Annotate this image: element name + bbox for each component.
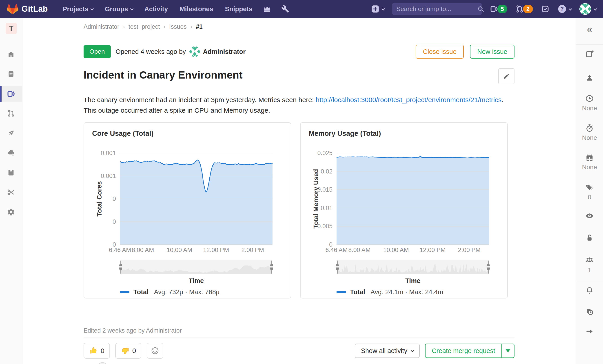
collapse-sidebar-button[interactable]: «: [576, 25, 603, 34]
copy-reference-button[interactable]: [576, 308, 603, 316]
sidebar-item-issues[interactable]: [0, 86, 22, 102]
y-tick-label: 0.02: [301, 168, 333, 175]
author-avatar[interactable]: [189, 46, 200, 57]
award-emoji-bar: 0 0 Show all activity Create merge: [84, 343, 514, 359]
author-name[interactable]: Administrator: [203, 48, 245, 55]
sidebar-item-settings[interactable]: [0, 204, 22, 220]
due-date-section[interactable]: None: [576, 154, 603, 171]
close-issue-button[interactable]: Close issue: [416, 45, 464, 59]
search-icon: [477, 6, 484, 12]
brush-handle-right[interactable]: [270, 261, 273, 274]
brush-handle-left[interactable]: [119, 261, 122, 274]
time-tracking-section[interactable]: None: [576, 124, 603, 141]
nav-item-projects[interactable]: Projects: [63, 5, 93, 13]
create-mr-dropdown-toggle[interactable]: [501, 344, 514, 357]
pencil-icon: [503, 73, 510, 80]
chart-legend[interactable]: Total Avg: 24.1m · Max: 24.4m: [336, 288, 443, 296]
participants-section[interactable]: 1: [576, 255, 603, 274]
main-content: Administrator › test_project › Issues › …: [23, 18, 576, 364]
time-tracking-value: None: [582, 134, 597, 141]
charts-icon[interactable]: [263, 5, 271, 13]
confidentiality-section[interactable]: [576, 211, 603, 220]
gitlab-logo[interactable]: GitLab: [7, 3, 48, 15]
breadcrumb-project[interactable]: test_project: [128, 23, 160, 30]
help-menu[interactable]: ?: [558, 4, 571, 13]
metrics-link[interactable]: http://localhost:3000/root/test_project/…: [316, 96, 501, 103]
project-avatar[interactable]: T: [6, 23, 17, 34]
chart-brush[interactable]: [337, 260, 488, 274]
book-icon: [7, 169, 15, 176]
sidebar-item-merge-requests[interactable]: [0, 105, 22, 121]
sidebar-item-cicd[interactable]: [0, 125, 22, 141]
caret-down-icon: [506, 349, 510, 352]
rocket-icon: [7, 129, 15, 137]
labels-section[interactable]: 0: [576, 183, 603, 201]
brush-handle-left[interactable]: [336, 261, 339, 274]
chart-brush[interactable]: [121, 260, 272, 274]
cloud-gear-icon: [7, 149, 15, 157]
create-merge-request-button[interactable]: Create merge request: [425, 343, 514, 358]
calendar-icon: [585, 154, 593, 162]
add-reaction-button[interactable]: [147, 343, 163, 359]
navbar-right: 5 2 ?: [371, 3, 596, 15]
breadcrumb: Administrator › test_project › Issues › …: [84, 23, 203, 30]
breadcrumb-issues[interactable]: Issues: [169, 23, 187, 30]
nav-menu: Projects Groups Activity Milestones Snip…: [63, 5, 253, 13]
nav-item-snippets[interactable]: Snippets: [225, 5, 252, 13]
milestone-section[interactable]: None: [576, 94, 603, 112]
x-tick-label: 12:00 PM: [203, 247, 229, 254]
todo-add-icon: [585, 50, 594, 58]
x-tick-label: 8:00 AM: [132, 247, 154, 254]
x-tick-label: 2:00 PM: [241, 247, 264, 254]
sidebar-item-wiki[interactable]: [0, 165, 22, 180]
chevron-down-icon: [382, 7, 385, 11]
issue-description: The canary envionment had an incident at…: [84, 95, 513, 116]
new-menu-button[interactable]: [371, 5, 384, 13]
home-icon: [7, 51, 15, 59]
wrench-icon[interactable]: [281, 5, 289, 13]
chart-plot-area[interactable]: [120, 153, 273, 245]
project-sidebar: T: [0, 18, 23, 364]
nav-item-activity[interactable]: Activity: [144, 5, 168, 13]
top-navbar: GitLab Projects Groups Activity Mileston…: [0, 0, 603, 18]
sidebar-item-snippets[interactable]: [0, 185, 22, 200]
new-issue-button[interactable]: New issue: [470, 45, 514, 59]
thumbs-up-button[interactable]: 0: [84, 343, 110, 359]
breadcrumb-administrator[interactable]: Administrator: [84, 23, 119, 30]
thumbs-down-button[interactable]: 0: [115, 343, 141, 359]
sidebar-item-operations[interactable]: [0, 145, 22, 161]
issues-counter[interactable]: 5: [490, 5, 507, 13]
edit-title-button[interactable]: [498, 68, 514, 84]
x-axis-ticks: 6:46 AM8:00 AM10:00 AM12:00 PM2:00 PM: [336, 247, 489, 254]
legend-swatch: [120, 291, 129, 293]
search-input[interactable]: [396, 5, 477, 12]
memory-usage-chart-card: Memory Usage (Total) Total Memory Used 0…: [300, 122, 508, 298]
add-todo-button[interactable]: [576, 50, 603, 58]
lock-section[interactable]: [576, 234, 603, 242]
activity-filter-dropdown[interactable]: Show all activity: [355, 343, 420, 358]
brush-handle-right[interactable]: [487, 261, 490, 274]
todos-icon[interactable]: [541, 5, 550, 13]
x-axis-title: Time: [120, 277, 273, 285]
chevron-down-icon: [593, 7, 597, 11]
x-tick-label: 8:00 AM: [348, 247, 371, 254]
user-menu[interactable]: [580, 3, 596, 15]
chart-plot-area[interactable]: [336, 153, 489, 245]
merge-requests-counter[interactable]: 2: [515, 5, 533, 13]
sidebar-item-project-overview[interactable]: [0, 47, 22, 62]
assignee-section[interactable]: [576, 74, 603, 82]
y-tick-label: 0.01: [301, 205, 333, 212]
nav-item-groups[interactable]: Groups: [105, 5, 133, 13]
nav-item-milestones[interactable]: Milestones: [180, 5, 213, 13]
issue-title: Incident in Canary Environment: [84, 69, 243, 81]
divider: [84, 338, 514, 338]
x-axis-title: Time: [336, 277, 489, 285]
sidebar-item-repository[interactable]: [0, 66, 22, 82]
core-usage-chart-card: Core Usage (Total) Total Cores 0.0010.00…: [84, 122, 291, 298]
opened-text: Opened 4 weeks ago by: [116, 48, 186, 55]
search-box[interactable]: [392, 3, 482, 15]
chart-legend[interactable]: Total Avg: 732µ · Max: 768µ: [120, 288, 220, 296]
notifications-button[interactable]: [576, 286, 603, 295]
move-issue-button[interactable]: [576, 327, 603, 336]
gear-icon: [7, 208, 15, 216]
